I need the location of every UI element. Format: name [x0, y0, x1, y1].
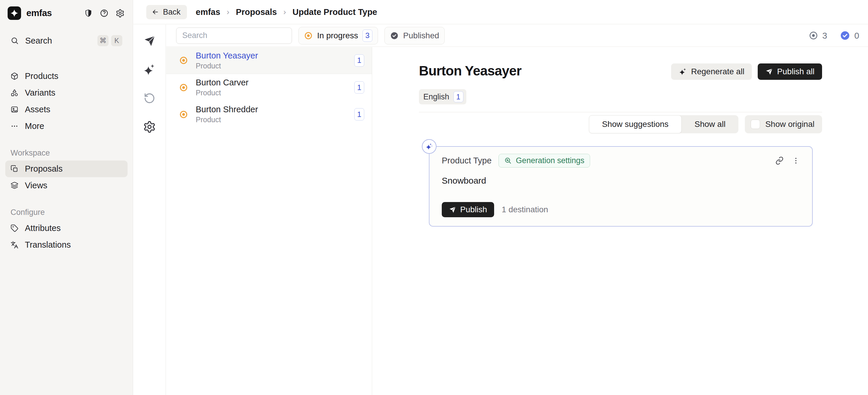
circle-dot-orange-icon — [304, 31, 313, 40]
item-name: Burton Yeasayer — [196, 51, 258, 61]
publish-button[interactable]: Publish — [442, 202, 494, 217]
destination-count: 1 destination — [502, 205, 548, 214]
breadcrumb-separator: › — [227, 7, 229, 17]
publish-all-button[interactable]: Publish all — [758, 63, 822, 80]
back-label: Back — [163, 8, 181, 17]
send-icon — [765, 68, 773, 75]
sidebar-item-attributes[interactable]: Attributes — [5, 220, 128, 236]
gear-icon[interactable] — [116, 9, 125, 18]
toolbar: In progress 3 Published 3 0 — [166, 25, 868, 47]
sidebar-item-assets[interactable]: Assets — [5, 101, 128, 118]
section-title-workspace: Workspace — [10, 149, 122, 158]
list-item[interactable]: Burton Yeasayer Product 1 — [166, 47, 372, 74]
sidebar: emfas Search ⌘ K — [0, 0, 133, 395]
item-name: Burton Shredder — [196, 105, 258, 114]
field-label: Product Type — [442, 156, 492, 165]
kebab-menu-icon[interactable] — [792, 157, 800, 165]
box-icon — [10, 72, 19, 80]
link-icon[interactable] — [775, 157, 784, 165]
item-count-badge: 1 — [354, 54, 364, 67]
circle-dot-gray-icon[interactable] — [809, 31, 818, 40]
breadcrumb-proposals[interactable]: Proposals — [236, 7, 277, 17]
item-type: Product — [196, 89, 249, 97]
suggestion-card: Product Type Generation settings Sno — [429, 146, 813, 227]
filter-label: In progress — [317, 31, 358, 40]
search-icon — [10, 37, 19, 45]
filter-in-progress[interactable]: In progress 3 — [299, 27, 378, 44]
brand-name: emfas — [26, 8, 52, 19]
show-original-checkbox[interactable] — [751, 120, 760, 129]
list-item[interactable]: Burton Carver Product 1 — [166, 74, 372, 101]
language-label: English — [423, 92, 450, 101]
topbar: Back emfas › Proposals › Update Product … — [133, 0, 868, 24]
sidebar-item-label: Proposals — [25, 164, 63, 174]
app-window: emfas Search ⌘ K — [0, 0, 868, 395]
tab-show-all[interactable]: Show all — [682, 115, 738, 133]
keycap-cmd: ⌘ — [97, 35, 108, 46]
tab-show-suggestions[interactable]: Show suggestions — [589, 115, 682, 133]
publish-all-label: Publish all — [777, 67, 814, 76]
image-icon — [10, 105, 19, 113]
search-input[interactable] — [176, 28, 292, 44]
breadcrumb-separator: › — [283, 7, 286, 17]
send-icon[interactable] — [143, 34, 156, 48]
sidebar-item-products[interactable]: Products — [5, 68, 128, 85]
back-button[interactable]: Back — [146, 5, 187, 19]
show-original-label: Show original — [765, 120, 814, 129]
sidebar-item-label: Views — [25, 181, 48, 190]
filter-published[interactable]: Published — [384, 27, 445, 44]
detail-panel: Burton Yeasayer Regenerate all Publish a… — [372, 47, 868, 395]
sidebar-item-label: Variants — [25, 88, 55, 98]
status-counters: 3 0 — [809, 30, 859, 41]
layers-icon — [10, 182, 19, 190]
arrow-left-icon — [152, 8, 159, 16]
item-name: Burton Carver — [196, 78, 249, 88]
search-sparkle-icon — [504, 157, 512, 165]
check-circle-blue-icon[interactable] — [840, 30, 850, 41]
sidebar-item-translations[interactable]: Translations — [5, 236, 128, 253]
sidebar-item-more[interactable]: More — [5, 118, 128, 134]
gear-icon[interactable] — [143, 120, 156, 134]
section-title-configure: Configure — [10, 208, 122, 217]
page-title: Burton Yeasayer — [419, 63, 521, 79]
shield-icon[interactable] — [84, 9, 93, 18]
keycap-k: K — [111, 35, 122, 46]
sidebar-item-proposals[interactable]: Proposals — [5, 161, 128, 177]
icon-rail — [133, 25, 166, 395]
circle-dot-orange-icon — [179, 56, 188, 65]
sparkle-logo-icon — [10, 9, 19, 17]
translate-icon — [10, 241, 19, 249]
breadcrumb: emfas › Proposals › Update Product Type — [196, 7, 377, 17]
language-chip[interactable]: English 1 — [419, 89, 466, 104]
item-type: Product — [196, 62, 258, 70]
item-count-badge: 1 — [354, 108, 364, 121]
generation-settings-chip[interactable]: Generation settings — [498, 154, 590, 168]
language-count-badge: 1 — [454, 91, 463, 102]
copy-icon — [10, 165, 19, 173]
ellipsis-icon — [10, 122, 19, 130]
sparkles-icon[interactable] — [143, 63, 156, 76]
sidebar-item-views[interactable]: Views — [5, 177, 128, 194]
circle-dot-orange-icon — [179, 110, 188, 119]
sidebar-item-label: Attributes — [25, 223, 61, 233]
ai-sparkle-badge — [422, 139, 436, 154]
rotate-ccw-icon[interactable] — [143, 91, 156, 105]
regenerate-all-button[interactable]: Regenerate all — [671, 63, 752, 80]
list-item[interactable]: Burton Shredder Product 1 — [166, 101, 372, 128]
brand-logo — [8, 6, 21, 20]
sparkles-icon — [679, 68, 687, 76]
sidebar-search[interactable]: Search ⌘ K — [5, 32, 128, 50]
shapes-icon — [10, 89, 19, 97]
field-value: Snowboard — [442, 176, 800, 186]
regenerate-all-label: Regenerate all — [691, 67, 744, 76]
breadcrumb-root[interactable]: emfas — [196, 7, 220, 17]
sidebar-item-variants[interactable]: Variants — [5, 85, 128, 101]
check-circle-gray-icon — [390, 31, 399, 40]
tag-icon — [10, 224, 19, 232]
proposal-item-list: Burton Yeasayer Product 1 Burton Carver … — [166, 47, 372, 395]
send-icon — [449, 206, 456, 213]
in-progress-count: 3 — [823, 31, 827, 41]
show-original-toggle[interactable]: Show original — [745, 115, 822, 133]
help-icon[interactable] — [100, 9, 108, 18]
circle-dot-orange-icon — [179, 83, 188, 92]
